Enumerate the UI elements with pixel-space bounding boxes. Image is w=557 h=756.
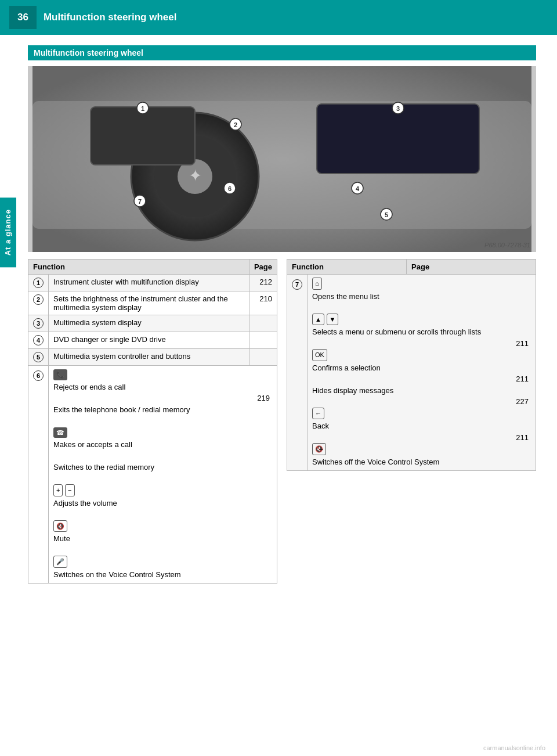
voice-off-icon: 🔇̶ [312,443,326,455]
function-text-complex: ⌂ Opens the menu list ▲ ▼ Selects a menu… [308,275,536,471]
header-bar: 36 Multifunction steering wheel [0,0,557,35]
section-title: Multifunction steering wheel [28,45,536,60]
image-ref: P68.00-7278-31 [484,242,530,249]
svg-rect-6 [91,107,195,165]
home-icon: ⌂ [312,278,322,290]
svg-text:5: 5 [385,211,388,218]
function-text: Sets the brightness of the instrument cl… [49,291,249,315]
svg-text:4: 4 [356,185,360,192]
page-ref [249,332,277,349]
table-row: 6 📞 Rejects or ends a call 219 Exits the… [28,366,277,584]
header-title: Multifunction steering wheel [44,12,177,23]
right-col-page: Page [407,260,536,275]
minus-icon: − [65,484,74,496]
table-row: 4 DVD changer or single DVD drive [28,332,277,349]
svg-text:7: 7 [138,198,142,205]
table-row: 3 Multimedia system display [28,315,277,332]
mute-icon: 🔇 [53,520,67,532]
steering-wheel-image: ✦ 1 2 3 4 5 6 7 [28,66,536,252]
left-col-function: Function [28,260,249,275]
plus-icon: + [53,484,63,496]
left-table: Function Page 1 Instrument cluster with … [28,259,277,584]
ok-icon: OK [312,349,327,361]
row-number: 5 [33,352,44,362]
page-number: 36 [9,6,37,29]
function-text: Multimedia system controller and buttons [49,349,249,366]
svg-rect-7 [317,104,479,174]
main-content: Multifunction steering wheel [0,35,557,594]
page-ref [249,349,277,366]
page-ref: 212 [249,275,277,291]
svg-text:✦: ✦ [189,167,202,185]
page-ref [249,315,277,332]
table-row: 2 Sets the brightness of the instrument … [28,291,277,315]
function-text: DVD changer or single DVD drive [49,332,249,349]
row-number: 4 [33,335,44,345]
left-col-page: Page [249,260,277,275]
table-row: 7 ⌂ Opens the menu list ▲ ▼ Selects a me… [287,275,536,471]
function-text: Instrument cluster with multifunction di… [49,275,249,291]
svg-text:6: 6 [228,185,232,192]
table-row: 5 Multimedia system controller and butto… [28,349,277,366]
svg-text:1: 1 [141,105,144,112]
right-table: Function Page 7 ⌂ Op [287,259,536,584]
function-text-complex: 📞 Rejects or ends a call 219 Exits the t… [49,366,277,584]
down-arrow-icon: ▼ [327,314,339,326]
row-number: 7 [292,279,302,290]
svg-text:3: 3 [396,105,400,112]
row-number: 2 [33,294,44,305]
table-row: 1 Instrument cluster with multifunction … [28,275,277,291]
watermark: carmanualsonline.info [483,744,545,751]
row-number: 3 [33,318,44,329]
svg-text:2: 2 [234,121,237,128]
voice-on-icon: 🎤 [53,556,67,568]
tables-row: Function Page 1 Instrument cluster with … [28,259,536,584]
back-icon: ← [312,408,324,420]
phone-end-icon: 📞 [53,369,67,380]
page-ref: 210 [249,291,277,315]
row-number: 1 [33,278,44,288]
right-col-function: Function [287,260,407,275]
function-text: Multimedia system display [49,315,249,332]
phone-accept-icon: ☎ [53,427,67,438]
row-number: 6 [33,370,44,381]
side-tab: At a glance [0,197,16,267]
up-arrow-icon: ▲ [312,314,324,326]
